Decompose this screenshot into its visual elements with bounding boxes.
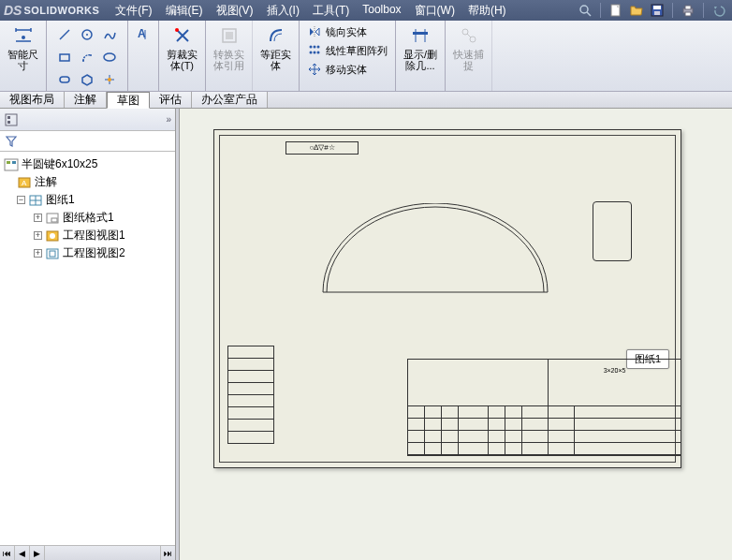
tab-evaluate[interactable]: 评估	[150, 92, 192, 108]
spline-tool[interactable]	[99, 24, 120, 45]
open-folder-icon[interactable]	[629, 3, 644, 18]
group-snap: 快速捕捉	[446, 21, 492, 91]
scroll-last-icon[interactable]: ⏭	[160, 546, 175, 560]
tree-view-1[interactable]: + 工程图视图1	[4, 227, 171, 244]
expander-icon[interactable]: +	[34, 231, 42, 240]
title-block-company: 3×20×5	[549, 360, 681, 405]
menu-toolbox[interactable]: Toolbox	[356, 3, 407, 19]
mirror-button[interactable]: 镜向实体	[307, 24, 367, 39]
ellipse-tool[interactable]	[99, 47, 120, 67]
filter-bar[interactable]	[0, 131, 175, 152]
feature-tree: 半圆键6x10x25 A 注解 − 图纸1 + 图纸格式1 + 工程图视图1	[0, 152, 175, 545]
trim-button[interactable]: 剪裁实体(T)	[167, 24, 198, 71]
menu-help[interactable]: 帮助(H)	[461, 3, 513, 19]
drawing-sheet[interactable]: ○∆▽#☆ 图纸1	[213, 129, 681, 468]
svg-rect-43	[7, 161, 10, 164]
separator	[600, 3, 601, 18]
new-doc-icon[interactable]	[608, 3, 623, 18]
annotation-icon: A	[17, 176, 32, 189]
rev-row	[227, 370, 274, 383]
print-icon[interactable]	[681, 3, 695, 18]
scroll-next-icon[interactable]: ▶	[30, 546, 45, 560]
tree-root[interactable]: 半圆键6x10x25	[4, 155, 171, 173]
rectangle-tool[interactable]	[54, 47, 75, 67]
rev-row	[227, 358, 274, 371]
text-tool[interactable]: A	[136, 26, 151, 47]
slot-tool[interactable]	[54, 69, 75, 90]
svg-rect-17	[60, 77, 69, 82]
panel-resizer[interactable]	[176, 109, 180, 560]
svg-point-15	[90, 54, 92, 56]
svg-point-28	[314, 46, 316, 49]
arc-view	[314, 203, 557, 297]
svg-point-31	[314, 52, 316, 54]
expander-icon[interactable]: +	[34, 214, 42, 222]
svg-line-38	[467, 34, 471, 37]
arc-tool[interactable]	[77, 47, 97, 67]
svg-point-21	[108, 78, 111, 81]
offset-icon	[265, 24, 287, 47]
show-hide-icon	[409, 24, 432, 47]
undo-icon[interactable]	[711, 3, 726, 18]
polygon-tool[interactable]	[77, 69, 97, 90]
menu-edit[interactable]: 编辑(E)	[159, 3, 210, 19]
search-icon[interactable]	[578, 3, 593, 18]
svg-rect-8	[685, 12, 691, 16]
svg-marker-18	[82, 75, 92, 85]
show-hide-label: 显示/删除几...	[403, 49, 437, 71]
tree-view-2-label: 工程图视图2	[63, 245, 125, 261]
mirror-icon	[307, 24, 322, 39]
convert-button[interactable]: 转换实体引用	[213, 24, 244, 71]
tree-annotation[interactable]: A 注解	[4, 173, 171, 191]
quick-snap-button[interactable]: 快速捕捉	[453, 24, 484, 71]
tab-view-layout[interactable]: 视图布局	[0, 92, 65, 108]
scroll-prev-icon[interactable]: ◀	[15, 546, 30, 560]
tree-view-2[interactable]: + 工程图视图2	[4, 244, 171, 262]
svg-rect-4	[653, 6, 661, 9]
title-block-main	[408, 360, 549, 405]
feature-tree-icon[interactable]	[4, 112, 19, 127]
group-text: A	[128, 21, 159, 91]
menu-view[interactable]: 视图(V)	[210, 3, 260, 19]
separator	[672, 3, 673, 18]
revision-table	[227, 346, 274, 444]
side-view-rect	[593, 201, 632, 261]
svg-rect-44	[12, 161, 16, 164]
svg-point-9	[22, 36, 25, 39]
pattern-button[interactable]: 线性草图阵列	[307, 43, 388, 58]
expander-icon[interactable]: +	[34, 249, 42, 258]
tree-sheet-format[interactable]: + 图纸格式1	[4, 209, 171, 227]
tab-sketch[interactable]: 草图	[107, 92, 150, 109]
pattern-label: 线性草图阵列	[326, 45, 388, 56]
drawing-canvas[interactable]: ○∆▽#☆ 图纸1	[176, 109, 732, 560]
offset-button[interactable]: 等距实体	[260, 24, 291, 71]
offset-label: 等距实体	[260, 49, 291, 71]
line-tool[interactable]	[54, 24, 75, 45]
svg-text:A: A	[22, 179, 27, 187]
svg-rect-41	[7, 121, 10, 124]
separator	[703, 3, 704, 18]
menu-insert[interactable]: 插入(I)	[260, 3, 306, 19]
expander-icon[interactable]: −	[17, 196, 25, 204]
save-icon[interactable]	[650, 3, 665, 18]
expand-collapse-icon[interactable]: »	[166, 114, 171, 125]
menu-file[interactable]: 文件(F)	[109, 3, 158, 19]
menu-tools[interactable]: 工具(T)	[306, 3, 356, 19]
tab-office[interactable]: 办公室产品	[192, 92, 268, 108]
logo-ds: DS	[4, 3, 22, 18]
tree-sheet[interactable]: − 图纸1	[4, 191, 171, 209]
svg-point-27	[310, 46, 313, 49]
tab-annotation[interactable]: 注解	[65, 92, 107, 108]
smart-dimension-button[interactable]: 智能尺寸	[7, 24, 38, 71]
move-icon	[307, 62, 322, 77]
point-tool[interactable]	[99, 69, 120, 90]
drawing-view-icon	[45, 229, 60, 243]
drawing-view-icon	[45, 247, 60, 260]
feature-manager-panel: » 半圆键6x10x25 A 注解 − 图纸1 + 图纸格式1	[0, 109, 176, 560]
scroll-first-icon[interactable]: ⏮	[0, 546, 15, 560]
menu-window[interactable]: 窗口(W)	[408, 3, 461, 19]
move-button[interactable]: 移动实体	[307, 62, 367, 77]
main-area: » 半圆键6x10x25 A 注解 − 图纸1 + 图纸格式1	[0, 109, 732, 560]
circle-tool[interactable]	[77, 24, 97, 45]
show-hide-button[interactable]: 显示/删除几...	[403, 24, 437, 71]
